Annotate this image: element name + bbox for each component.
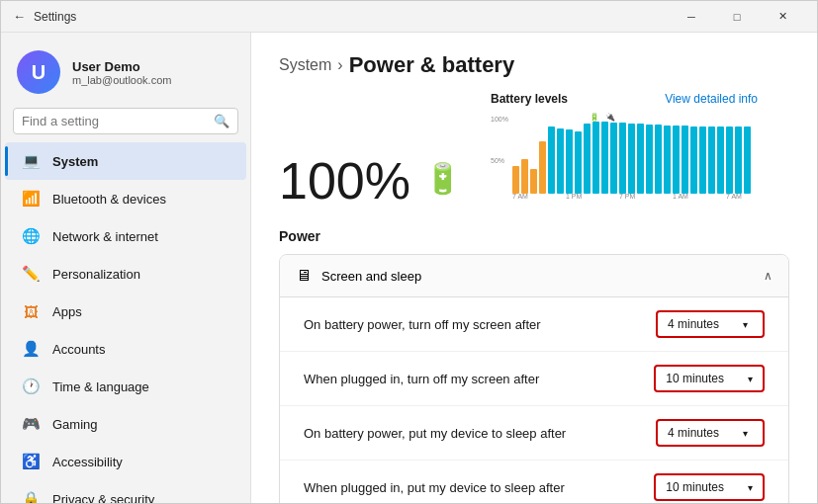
svg-rect-20 [655, 125, 662, 194]
sidebar-item-label: Accounts [52, 342, 105, 357]
setting-label-2: On battery power, put my device to sleep… [304, 426, 566, 441]
svg-rect-29 [735, 126, 742, 194]
setting-dropdown-3[interactable]: 10 minutes ▾ [654, 473, 765, 501]
breadcrumb-current: Power & battery [349, 52, 515, 78]
sidebar-item-label: Bluetooth & devices [52, 192, 166, 207]
main-content: System › Power & battery 100% 🔋 Battery … [251, 33, 817, 503]
system-icon: 💻 [21, 151, 41, 171]
sidebar-item-label: Privacy & security [52, 492, 154, 504]
chart-detail-link[interactable]: View detailed info [665, 92, 758, 106]
sidebar-item-network[interactable]: 🌐 Network & internet [5, 217, 246, 255]
svg-rect-7 [539, 141, 546, 194]
breadcrumb-chevron: › [337, 56, 342, 74]
svg-rect-24 [690, 126, 697, 194]
sidebar: U User Demo m_lab@outlook.com 🔍 💻 System… [1, 33, 251, 503]
network-icon: 🌐 [21, 226, 41, 246]
svg-rect-27 [717, 126, 724, 194]
accounts-icon: 👤 [21, 339, 41, 359]
collapse-icon: ∧ [764, 269, 773, 283]
battery-chart-svg: 100% 50% 🔋 🔌 [491, 112, 758, 201]
svg-rect-19 [646, 125, 653, 194]
svg-text:7 AM: 7 AM [726, 193, 742, 200]
setting-row-2: On battery power, put my device to sleep… [280, 406, 788, 461]
chevron-down-icon-3: ▾ [748, 482, 753, 493]
setting-dropdown-2[interactable]: 4 minutes ▾ [656, 419, 765, 447]
time-icon: 🕐 [21, 377, 41, 396]
battery-row: 100% 🔋 Battery levels View detailed info… [279, 92, 789, 210]
setting-value-0: 4 minutes [668, 317, 719, 331]
setting-label-3: When plugged in, put my device to sleep … [304, 480, 565, 495]
maximize-button[interactable]: □ [714, 1, 760, 33]
sidebar-item-time[interactable]: 🕐 Time & language [5, 368, 246, 405]
svg-rect-13 [592, 122, 599, 194]
svg-text:1 PM: 1 PM [566, 193, 583, 200]
user-info: User Demo m_lab@outlook.com [72, 59, 171, 86]
sidebar-nav: 💻 System 📶 Bluetooth & devices 🌐 Network… [1, 142, 250, 503]
apps-icon: 🖼 [21, 301, 41, 321]
setting-row-0: On battery power, turn off my screen aft… [280, 297, 788, 352]
setting-dropdown-1[interactable]: 10 minutes ▾ [654, 365, 765, 392]
search-input[interactable] [22, 114, 206, 128]
user-email: m_lab@outlook.com [72, 74, 171, 86]
breadcrumb-parent[interactable]: System [279, 56, 331, 74]
screen-sleep-header[interactable]: 🖥 Screen and sleep ∧ [280, 255, 788, 297]
sidebar-item-accounts[interactable]: 👤 Accounts [5, 330, 246, 368]
setting-row-3: When plugged in, put my device to sleep … [280, 461, 788, 503]
personalization-icon: ✏️ [21, 264, 41, 284]
power-section-title: Power [279, 228, 789, 244]
window-controls: ─ □ ✕ [669, 1, 805, 33]
svg-text:7 PM: 7 PM [619, 193, 636, 200]
svg-rect-14 [601, 122, 608, 194]
avatar[interactable]: U [17, 50, 60, 94]
close-button[interactable]: ✕ [760, 1, 805, 33]
sidebar-item-bluetooth[interactable]: 📶 Bluetooth & devices [5, 180, 246, 217]
svg-rect-4 [512, 166, 519, 194]
setting-label-1: When plugged in, turn off my screen afte… [304, 372, 539, 386]
chevron-down-icon-2: ▾ [743, 428, 748, 439]
screen-sleep-icon: 🖥 [296, 267, 312, 285]
chevron-down-icon-1: ▾ [748, 374, 753, 384]
sidebar-item-label: Accessibility [52, 455, 123, 469]
user-name: User Demo [72, 59, 171, 74]
accessibility-icon: ♿ [21, 452, 41, 471]
user-profile: U User Demo m_lab@outlook.com [1, 41, 250, 108]
title-bar-left: ← Settings [13, 9, 76, 24]
svg-text:50%: 50% [491, 157, 504, 164]
svg-rect-15 [610, 123, 617, 194]
chart-area: 100% 50% 🔋 🔌 [491, 112, 758, 210]
screen-sleep-card: 🖥 Screen and sleep ∧ On battery power, t… [279, 254, 789, 503]
svg-rect-10 [566, 129, 573, 194]
setting-value-2: 4 minutes [668, 426, 719, 440]
svg-rect-9 [557, 128, 564, 194]
search-box[interactable]: 🔍 [13, 108, 238, 134]
content-area: U User Demo m_lab@outlook.com 🔍 💻 System… [1, 33, 817, 503]
sidebar-item-label: Gaming [52, 417, 98, 432]
sidebar-item-privacy[interactable]: 🔒 Privacy & security [5, 480, 246, 503]
back-icon[interactable]: ← [13, 9, 26, 24]
screen-sleep-body: On battery power, turn off my screen aft… [280, 297, 788, 503]
breadcrumb: System › Power & battery [279, 52, 789, 78]
sidebar-item-accessibility[interactable]: ♿ Accessibility [5, 443, 246, 480]
sidebar-item-label: Personalization [52, 267, 140, 282]
setting-dropdown-0[interactable]: 4 minutes ▾ [656, 310, 765, 338]
battery-display: 100% 🔋 [279, 151, 461, 210]
sidebar-item-apps[interactable]: 🖼 Apps [5, 293, 246, 330]
minimize-button[interactable]: ─ [669, 1, 714, 33]
sidebar-item-system[interactable]: 💻 System [5, 142, 246, 180]
battery-chart-container: Battery levels View detailed info 100% 5… [491, 92, 758, 210]
svg-rect-30 [744, 126, 751, 194]
svg-rect-22 [673, 126, 680, 194]
svg-rect-17 [628, 124, 635, 194]
sidebar-item-personalization[interactable]: ✏️ Personalization [5, 255, 246, 293]
title-bar: ← Settings ─ □ ✕ [1, 1, 817, 33]
chevron-down-icon-0: ▾ [743, 319, 748, 330]
svg-rect-8 [548, 126, 555, 194]
battery-percentage: 100% [279, 151, 410, 210]
sidebar-item-label: Time & language [52, 379, 149, 394]
sidebar-item-gaming[interactable]: 🎮 Gaming [5, 405, 246, 443]
svg-text:🔋: 🔋 [590, 112, 599, 122]
svg-text:7 AM: 7 AM [512, 193, 528, 200]
svg-rect-18 [637, 124, 644, 194]
setting-value-1: 10 minutes [666, 372, 724, 385]
privacy-icon: 🔒 [21, 489, 41, 503]
